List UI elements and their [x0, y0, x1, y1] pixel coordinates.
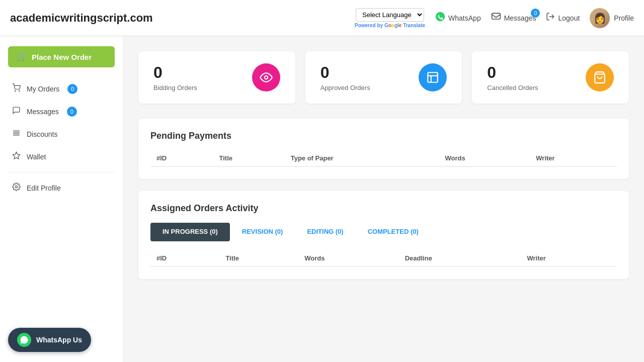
avatar: 👩	[590, 8, 610, 28]
sidebar: 🛒 Place New Order My Orders 0 Messages 0	[0, 36, 123, 362]
place-new-order-button[interactable]: 🛒 Place New Order	[8, 46, 115, 67]
messages-icon	[491, 12, 501, 24]
main-content: 0 Bidding Orders 0 Approved Orders	[123, 36, 644, 362]
whatsapp-nav[interactable]: WhatsApp	[435, 12, 481, 24]
ao-col-words: Words	[298, 250, 398, 266]
bidding-label: Bidding Orders	[153, 84, 197, 92]
sidebar-item-discounts[interactable]: Discounts	[0, 123, 123, 145]
assigned-orders-section: Assigned Orders Activity IN PROGRESS (0)…	[138, 191, 629, 279]
sidebar-item-my-orders[interactable]: My Orders 0	[0, 77, 123, 100]
bidding-icon-circle	[252, 63, 280, 92]
sidebar-item-wallet[interactable]: Wallet	[0, 145, 123, 168]
wallet-label: Wallet	[27, 153, 46, 161]
sidebar-messages-label: Messages	[27, 108, 59, 116]
ao-col-title: Title	[219, 250, 298, 266]
whatsapp-label: WhatsApp	[448, 14, 481, 22]
svg-marker-9	[13, 152, 20, 158]
svg-point-10	[15, 186, 17, 188]
header-nav: Select Language Powered by Google Transl…	[355, 8, 634, 28]
discounts-label: Discounts	[27, 130, 57, 138]
pending-payments-title: Pending Payments	[150, 131, 617, 141]
profile-nav[interactable]: 👩 Profile	[590, 8, 634, 28]
my-orders-icon	[12, 83, 21, 94]
svg-point-3	[15, 90, 16, 91]
approved-icon-circle	[419, 63, 447, 92]
col-title: Title	[213, 150, 285, 166]
tabs-row: IN PROGRESS (0) REVISION (0) EDITING (0)…	[150, 223, 617, 241]
avatar-image: 👩	[590, 8, 610, 28]
svg-point-0	[436, 12, 445, 21]
cancelled-count: 0	[487, 63, 538, 82]
stat-card-approved: 0 Approved Orders	[305, 51, 462, 104]
cancelled-label: Cancelled Orders	[487, 84, 538, 92]
tab-completed[interactable]: COMPLETED (0)	[356, 223, 431, 241]
approved-count: 0	[320, 63, 370, 82]
edit-profile-icon	[12, 183, 21, 193]
assigned-orders-table: #ID Title Words Deadline Writer	[150, 250, 617, 267]
cancelled-icon-circle	[586, 63, 614, 92]
whatsapp-float-icon	[17, 333, 31, 347]
sidebar-messages-icon	[12, 106, 21, 117]
tab-in-progress[interactable]: IN PROGRESS (0)	[150, 223, 230, 241]
svg-point-4	[19, 90, 19, 91]
cart-icon: 🛒	[17, 52, 27, 61]
col-id: #ID	[150, 150, 213, 166]
svg-rect-1	[492, 13, 500, 19]
svg-point-11	[264, 76, 268, 79]
tab-editing[interactable]: EDITING (0)	[295, 223, 355, 241]
profile-label: Profile	[614, 14, 634, 22]
col-writer: Writer	[530, 150, 617, 166]
discounts-icon	[12, 129, 21, 139]
logout-icon	[546, 12, 555, 24]
assigned-orders-title: Assigned Orders Activity	[150, 203, 617, 214]
layout: 🛒 Place New Order My Orders 0 Messages 0	[0, 36, 644, 362]
edit-profile-label: Edit Profile	[27, 184, 61, 192]
sidebar-messages-badge: 0	[67, 107, 77, 117]
whatsapp-float[interactable]: WhatsApp Us	[8, 328, 91, 352]
tab-revision[interactable]: REVISION (0)	[230, 223, 295, 241]
language-select[interactable]: Select Language	[356, 8, 424, 22]
bidding-count: 0	[153, 63, 197, 82]
ao-col-id: #ID	[150, 250, 219, 266]
ao-col-writer: Writer	[521, 250, 617, 266]
stat-card-bidding: 0 Bidding Orders	[138, 51, 295, 104]
messages-nav[interactable]: Messages 0	[491, 12, 536, 24]
ao-col-deadline: Deadline	[399, 250, 521, 266]
col-words: Words	[439, 150, 530, 166]
whatsapp-icon	[435, 12, 445, 24]
wallet-icon	[12, 151, 21, 162]
col-type: Type of Paper	[285, 150, 439, 166]
translate-powered: Powered by Google Translate	[355, 23, 425, 28]
sidebar-item-edit-profile[interactable]: Edit Profile	[0, 176, 123, 199]
my-orders-label: My Orders	[27, 85, 59, 93]
stat-card-cancelled: 0 Cancelled Orders	[472, 51, 629, 104]
sidebar-item-messages[interactable]: Messages 0	[0, 100, 123, 123]
logout-label: Logout	[558, 14, 580, 22]
approved-label: Approved Orders	[320, 84, 370, 92]
pending-payments-section: Pending Payments #ID Title Type of Paper…	[138, 119, 629, 179]
translate-widget: Select Language Powered by Google Transl…	[355, 8, 425, 28]
header: academicwritingscript.com Select Languag…	[0, 0, 644, 36]
whatsapp-float-label: WhatsApp Us	[36, 336, 82, 344]
pending-payments-table: #ID Title Type of Paper Words Writer	[150, 150, 617, 167]
site-logo: academicwritingscript.com	[10, 12, 153, 25]
place-order-label: Place New Order	[32, 53, 92, 61]
svg-rect-12	[428, 72, 438, 82]
sidebar-divider	[8, 172, 115, 172]
my-orders-badge: 0	[67, 84, 77, 94]
logout-nav[interactable]: Logout	[546, 12, 580, 24]
stats-row: 0 Bidding Orders 0 Approved Orders	[138, 51, 629, 104]
messages-badge: 0	[531, 9, 540, 18]
